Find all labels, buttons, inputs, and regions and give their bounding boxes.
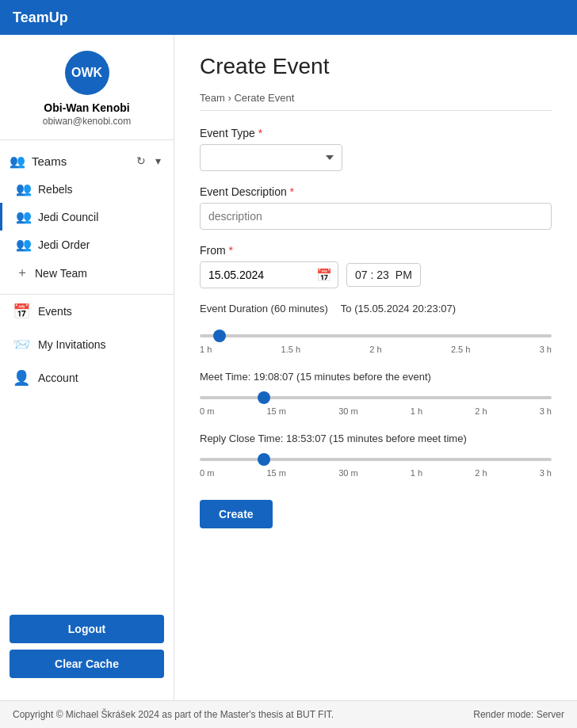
tick-3h-meet: 3 h	[540, 406, 552, 416]
sidebar-buttons: Logout Clear Cache	[0, 605, 174, 688]
events-icon: 📅	[13, 303, 30, 320]
app-title: TeamUp	[13, 10, 68, 26]
breadcrumb-current: Cerate Event	[234, 92, 294, 104]
event-type-select[interactable]	[200, 144, 342, 171]
new-team-item[interactable]: ＋ New Team	[0, 258, 174, 288]
event-description-group: Event Description *	[200, 185, 552, 230]
event-description-required: *	[290, 185, 294, 198]
event-description-label: Event Description *	[200, 185, 552, 198]
event-type-group: Event Type *	[200, 127, 552, 171]
meet-time-slider-wrap	[200, 389, 552, 402]
tick-3h-reply: 3 h	[540, 468, 552, 478]
new-team-label: New Team	[35, 267, 87, 280]
breadcrumb-separator: ›	[227, 92, 231, 104]
breadcrumb-team: Team	[200, 92, 225, 104]
footer-copyright: Copyright © Michael Škrášek 2024 as part…	[13, 709, 334, 720]
duration-slider[interactable]	[200, 334, 552, 337]
team-icon-jedi-order: 👥	[16, 237, 32, 252]
from-required: *	[229, 244, 233, 257]
main-content: Create Event Team › Cerate Event Event T…	[174, 35, 577, 700]
tick-1h-meet: 1 h	[411, 406, 422, 416]
duration-section: Event Duration (60 minutes) To (15.05.20…	[200, 303, 552, 354]
reply-close-slider-wrap	[200, 451, 552, 463]
tick-2h-meet: 2 h	[475, 406, 487, 416]
sidebar-item-my-invitations[interactable]: 📨 My Invitations	[0, 328, 174, 361]
duration-label: Event Duration (60 minutes)	[200, 303, 328, 314]
meet-time-ticks: 0 m 15 m 30 m 1 h 2 h 3 h	[200, 406, 552, 416]
tick-30m: 30 m	[338, 406, 357, 416]
sidebar: OWK Obi-Wan Kenobi obiwan@kenobi.com 👥 T…	[0, 35, 174, 700]
sidebar-profile: OWK Obi-Wan Kenobi obiwan@kenobi.com	[0, 35, 174, 140]
plus-icon: ＋	[16, 265, 29, 281]
event-description-input[interactable]	[200, 203, 552, 230]
expand-teams-button[interactable]: ▾	[152, 153, 164, 169]
refresh-teams-button[interactable]: ↻	[133, 153, 149, 169]
tick-0m: 0 m	[200, 406, 214, 416]
reply-close-label: Reply Close Time: 18:53:07 (15 minutes b…	[200, 433, 467, 444]
meet-time-header: Meet Time: 19:08:07 (15 minutes before t…	[200, 370, 552, 383]
events-label: Events	[38, 305, 72, 318]
calendar-icon[interactable]: 📅	[316, 268, 332, 283]
account-label: Account	[38, 372, 78, 384]
sidebar-item-jedi-council[interactable]: 👥 Jedi Council	[0, 203, 174, 231]
breadcrumb: Team › Cerate Event	[200, 92, 552, 111]
tick-2h: 2 h	[369, 345, 381, 354]
sidebar-item-account[interactable]: 👤 Account	[0, 361, 174, 394]
duration-to: To (15.05.2024 20:23:07)	[341, 303, 456, 314]
event-type-required: *	[258, 127, 262, 139]
tick-1h-reply: 1 h	[411, 468, 422, 478]
tick-0m-reply: 0 m	[200, 468, 214, 478]
from-row: 📅 07 : 23 PM	[200, 261, 552, 288]
team-name-jedi-order: Jedi Order	[38, 238, 90, 251]
reply-close-section: Reply Close Time: 18:53:07 (15 minutes b…	[200, 432, 552, 478]
team-icon-jedi-council: 👥	[16, 209, 32, 224]
reply-close-slider[interactable]	[200, 458, 552, 461]
team-name-rebels: Rebels	[38, 183, 73, 196]
tick-1h: 1 h	[200, 345, 212, 354]
tick-3h: 3 h	[540, 345, 552, 354]
from-ampm: PM	[395, 269, 412, 281]
reply-close-ticks: 0 m 15 m 30 m 1 h 2 h 3 h	[200, 468, 552, 478]
account-icon: 👤	[13, 369, 30, 387]
from-time: 07 : 23	[355, 269, 389, 281]
date-input-wrap: 📅	[200, 261, 338, 288]
from-label: From *	[200, 244, 552, 257]
duration-ticks: 1 h 1.5 h 2 h 2.5 h 3 h	[200, 345, 552, 354]
event-type-label: Event Type *	[200, 127, 552, 139]
profile-name: Obi-Wan Kenobi	[44, 101, 129, 114]
tick-30m-reply: 30 m	[338, 468, 357, 478]
tick-2-5h: 2.5 h	[451, 345, 470, 354]
tick-15m-reply: 15 m	[267, 468, 286, 478]
from-group: From * 📅 07 : 23 PM	[200, 244, 552, 288]
tick-15m: 15 m	[267, 406, 286, 416]
logout-button[interactable]: Logout	[10, 615, 164, 643]
invitations-label: My Invitations	[38, 338, 106, 351]
avatar: OWK	[65, 51, 109, 95]
profile-email: obiwan@kenobi.com	[43, 116, 132, 127]
reply-close-header: Reply Close Time: 18:53:07 (15 minutes b…	[200, 432, 552, 444]
page-title: Create Event	[200, 54, 552, 79]
sidebar-item-jedi-order[interactable]: 👥 Jedi Order	[0, 231, 174, 258]
duration-header: Event Duration (60 minutes) To (15.05.20…	[200, 303, 552, 321]
time-input-wrap: 07 : 23 PM	[346, 263, 421, 287]
meet-time-label: Meet Time: 19:08:07 (15 minutes before t…	[200, 371, 431, 383]
meet-time-slider[interactable]	[200, 396, 552, 399]
sidebar-item-events[interactable]: 📅 Events	[0, 295, 174, 328]
tick-2h-reply: 2 h	[475, 468, 487, 478]
invitations-icon: 📨	[13, 336, 30, 353]
teams-label: Teams	[32, 154, 67, 168]
team-icon-rebels: 👥	[16, 181, 32, 196]
clear-cache-button[interactable]: Clear Cache	[10, 650, 164, 678]
tick-1-5h: 1.5 h	[281, 345, 300, 354]
footer-render-mode: Render mode: Server	[473, 709, 564, 720]
sidebar-item-rebels[interactable]: 👥 Rebels	[0, 175, 174, 203]
meet-time-section: Meet Time: 19:08:07 (15 minutes before t…	[200, 370, 552, 416]
teams-section: 👥 Teams ↻ ▾ 👥 Rebels 👥 Jedi Council 👥 Je…	[0, 140, 174, 295]
create-button[interactable]: Create	[200, 500, 273, 528]
team-name-jedi-council: Jedi Council	[38, 211, 98, 223]
teams-icon: 👥	[10, 154, 25, 169]
teams-header: 👥 Teams ↻ ▾	[0, 147, 174, 175]
footer: Copyright © Michael Škrášek 2024 as part…	[0, 700, 577, 728]
duration-slider-wrap	[200, 327, 552, 340]
app-header: TeamUp	[0, 0, 577, 35]
